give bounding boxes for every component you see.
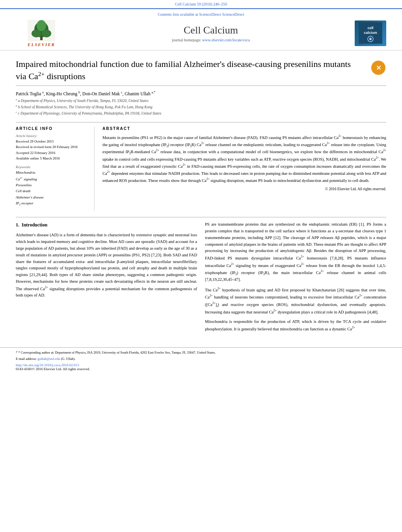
contents-label: Contents lists available at ScienceDirec… <box>158 12 221 17</box>
sciencedirect-line: Contents lists available at ScienceDirec… <box>16 12 386 17</box>
svg-text:✕: ✕ <box>376 65 381 71</box>
abstract-heading: ABSTRACT <box>102 126 386 131</box>
journal-logo: cell calcium <box>355 20 386 46</box>
authors-line: Patrick Toglia a, King-Ho Cheung b, Don-… <box>16 91 386 96</box>
article-title-section: Impaired mitochondrial function due to f… <box>16 58 386 86</box>
body-left-column: 1. Introduction Alzheimer's disease (AD)… <box>16 221 197 336</box>
article-history: Article history: Received 29 October 201… <box>16 134 88 161</box>
elsevier-logo: ELSEVIER <box>16 20 67 47</box>
journal-center: Cell Calcium journal homepage: www.elsev… <box>67 24 355 42</box>
body-columns: 1. Introduction Alzheimer's disease (AD)… <box>16 221 386 336</box>
affiliations: a a Department of Physics, University of… <box>16 98 386 117</box>
svg-point-10 <box>369 38 372 40</box>
keywords-list: Mitochondria Ca2+ signaling Presenilins … <box>16 170 88 207</box>
article-info-column: ARTICLE INFO Article history: Received 2… <box>16 126 95 211</box>
main-content: Impaired mitochondrial function due to f… <box>0 50 402 339</box>
email-note: E-mail address: gullah@usf.edu (G. Ullah… <box>16 356 386 362</box>
journal-name-title: Cell Calcium <box>67 24 355 36</box>
page-footer: * * Corresponding author at: Department … <box>0 347 402 373</box>
affect-key-text: affect key <box>218 157 234 161</box>
journal-homepage-line: journal homepage: www.elsevier.com/locat… <box>67 38 355 42</box>
keyword-5: Alzheimer's disease <box>16 195 88 200</box>
email-label: E-mail address: <box>16 357 37 361</box>
doi-url-text: http://dx.doi.org/10.1016/j.ceca.2016.02… <box>16 363 79 367</box>
journal-header: Contents lists available at ScienceDirec… <box>0 9 402 50</box>
homepage-url: www.elsevier.com/locate/ceca <box>202 38 250 42</box>
article-title: Impaired mitochondrial function due to f… <box>16 58 370 82</box>
history-label: Article history: <box>16 134 88 138</box>
intro-para-2: PS are transmembrane proteins that are s… <box>205 221 386 283</box>
sciencedirect-link[interactable]: ScienceDirect <box>222 12 244 17</box>
abstract-text: Mutants in presenilins (PS1 or PS2) is t… <box>102 134 386 184</box>
affiliation-b: b b School of Biomedical Sciences, The U… <box>16 104 386 110</box>
svg-text:calcium: calcium <box>364 31 377 35</box>
received-date: Received 29 October 2015 Received in rev… <box>16 139 88 161</box>
section-divider <box>16 217 386 217</box>
affiliation-c: c c Department of Physiology, University… <box>16 110 386 116</box>
elsevier-label-text: ELSEVIER <box>28 42 55 47</box>
email-person: G. Ullah <box>62 357 73 361</box>
keywords-label: Keywords: <box>16 165 88 169</box>
keywords-section: Keywords: Mitochondria Ca2+ signaling Pr… <box>16 165 88 207</box>
intro-para-3: The Ca2+ hypothesis of brain aging and A… <box>205 286 386 315</box>
keyword-1: Mitochondria <box>16 170 88 176</box>
email-address: gullah@usf.edu <box>37 357 60 361</box>
article-info-heading: ARTICLE INFO <box>16 126 88 131</box>
homepage-label: journal homepage: <box>172 38 201 42</box>
body-right-column: PS are transmembrane proteins that are s… <box>205 221 386 336</box>
crossmark-logo: ✕ <box>370 60 386 76</box>
info-abstract-section: ARTICLE INFO Article history: Received 2… <box>16 122 386 211</box>
intro-para-4: Mitochondria is responsible for the prod… <box>205 319 386 332</box>
corresponding-note-text: * Corresponding author at: Department of… <box>18 350 216 354</box>
email-link[interactable]: gullah@usf.edu <box>37 357 60 361</box>
journal-logo-icon: cell calcium <box>359 22 382 44</box>
doi-link[interactable]: http://dx.doi.org/10.1016/j.ceca.2016.02… <box>16 363 79 367</box>
corresponding-note: * * Corresponding author at: Department … <box>16 350 386 355</box>
keyword-3: Presenilins <box>16 182 88 188</box>
svg-point-5 <box>37 20 46 31</box>
article-id-line: Cell Calcium 59 (2016) 240–250 <box>0 0 402 9</box>
svg-point-4 <box>42 30 51 37</box>
copyright-line: © 2016 Elsevier Ltd. All rights reserved… <box>102 187 386 191</box>
intro-section-title: 1. Introduction <box>16 221 197 229</box>
homepage-link[interactable]: www.elsevier.com/locate/ceca <box>202 38 250 42</box>
keyword-2: Ca2+ signaling <box>16 176 88 182</box>
intro-para-1: Alzheimer's disease (AD) is a form of de… <box>16 232 197 298</box>
page-wrapper: Cell Calcium 59 (2016) 240–250 Contents … <box>0 0 402 532</box>
abstract-section: ABSTRACT Mutants in presenilins (PS1 or … <box>102 126 386 211</box>
elsevier-tree-icon <box>28 20 55 41</box>
doi-line: http://dx.doi.org/10.1016/j.ceca.2016.02… <box>16 363 386 367</box>
svg-text:cell: cell <box>367 26 373 30</box>
issn-line: 0143-4160/© 2016 Elsevier Ltd. All right… <box>16 367 386 371</box>
keyword-6: IP3-receptor <box>16 200 88 207</box>
keyword-4: Cell death <box>16 188 88 194</box>
header-content: ELSEVIER Cell Calcium journal homepage: … <box>16 18 386 48</box>
affiliation-a: a a Department of Physics, University of… <box>16 98 386 104</box>
article-id-text: Cell Calcium 59 (2016) 240–250 <box>175 2 227 6</box>
svg-point-3 <box>32 30 41 37</box>
journal-logo-svg: cell calcium <box>359 22 382 44</box>
